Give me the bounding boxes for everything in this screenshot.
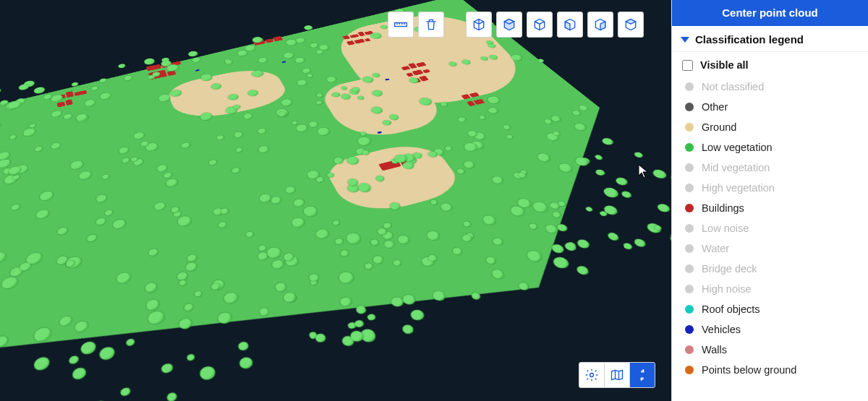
view-toolbar — [388, 12, 644, 38]
svg-point-1 — [590, 374, 594, 377]
legend-swatch — [685, 163, 694, 172]
visible-all-label: Visible all — [700, 59, 749, 71]
legend-label: Other — [702, 101, 728, 113]
legend-swatch — [685, 325, 694, 334]
legend-header[interactable]: Classification legend — [672, 26, 868, 52]
legend-swatch — [685, 285, 694, 293]
legend-item-not-classified[interactable]: Not classified — [672, 77, 868, 97]
legend-swatch — [685, 345, 694, 354]
visible-all-checkbox[interactable] — [682, 60, 693, 71]
view-front-button[interactable] — [527, 12, 553, 38]
legend-item-water[interactable]: Water — [672, 238, 868, 259]
chevron-down-icon — [681, 37, 689, 43]
legend-label: Water — [702, 243, 729, 254]
view-left-button[interactable] — [557, 12, 583, 38]
terrain-render — [0, 0, 671, 401]
legend-swatch — [685, 143, 694, 152]
cube-top-icon — [502, 17, 516, 32]
legend-item-buildings[interactable]: Buildings — [672, 198, 868, 218]
measure-button[interactable] — [388, 12, 414, 38]
legend-label: Roof objects — [702, 303, 760, 315]
legend-item-low-vegetation[interactable]: Low vegetation — [672, 137, 868, 158]
sidebar: Center point cloud Classification legend… — [671, 0, 868, 401]
legend-item-low-noise[interactable]: Low noise — [672, 218, 868, 238]
legend-item-roof-objects[interactable]: Roof objects — [672, 299, 868, 319]
legend-item-walls[interactable]: Walls — [672, 340, 868, 360]
trash-icon — [424, 17, 438, 32]
point-cloud-viewport[interactable] — [0, 0, 671, 401]
center-point-cloud-button[interactable]: Center point cloud — [672, 0, 868, 26]
view-top-button[interactable] — [496, 12, 522, 38]
minimap-button[interactable] — [604, 362, 630, 388]
delete-button[interactable] — [418, 12, 444, 38]
legend-label: Not classified — [702, 81, 764, 92]
legend-label: Walls — [702, 344, 727, 355]
collapse-button[interactable] — [629, 362, 655, 388]
legend-swatch — [685, 123, 694, 131]
legend-swatch — [685, 103, 694, 111]
legend-label: Points below ground — [702, 364, 796, 376]
legend-label: Vehicles — [702, 324, 741, 335]
legend-swatch — [685, 264, 694, 273]
legend-swatch — [685, 244, 694, 253]
legend-label: Low noise — [702, 223, 749, 234]
legend-swatch — [685, 184, 694, 192]
view-right-button[interactable] — [587, 12, 613, 38]
legend-list: Not classifiedOtherGroundLow vegetationM… — [672, 75, 868, 386]
legend-item-vehicles[interactable]: Vehicles — [672, 319, 868, 340]
legend-swatch — [685, 224, 694, 233]
legend-label: Low vegetation — [702, 142, 773, 153]
legend-item-other[interactable]: Other — [672, 97, 868, 117]
legend-item-high-noise[interactable]: High noise — [672, 279, 868, 299]
view-back-button[interactable] — [618, 12, 644, 38]
legend-label: Bridge deck — [702, 263, 757, 275]
viewport-controls — [579, 362, 655, 388]
collapse-icon — [635, 368, 650, 382]
cube-left-icon — [563, 17, 577, 32]
visible-all-row[interactable]: Visible all — [672, 52, 868, 75]
settings-button[interactable] — [579, 362, 605, 388]
legend-label: Ground — [702, 121, 736, 133]
view-iso-button[interactable] — [466, 12, 492, 38]
app-root: Center point cloud Classification legend… — [0, 0, 868, 401]
legend-label: High noise — [702, 283, 752, 295]
gear-icon — [584, 368, 599, 382]
cube-back-icon — [624, 17, 638, 32]
legend-label: Mid vegetation — [702, 162, 770, 173]
legend-item-points-below-ground[interactable]: Points below ground — [672, 360, 868, 380]
legend-title: Classification legend — [695, 33, 804, 46]
legend-label: High vegetation — [702, 182, 775, 194]
ruler-icon — [393, 17, 408, 32]
legend-item-bridge-deck[interactable]: Bridge deck — [672, 259, 868, 279]
legend-label: Buildings — [702, 202, 744, 214]
legend-item-ground[interactable]: Ground — [672, 117, 868, 137]
legend-swatch — [685, 82, 694, 91]
cube-right-icon — [593, 17, 608, 32]
legend-swatch — [685, 204, 694, 212]
legend-item-mid-vegetation[interactable]: Mid vegetation — [672, 158, 868, 178]
map-icon — [610, 368, 624, 382]
cube-iso-icon — [472, 17, 486, 32]
svg-rect-0 — [395, 23, 407, 27]
cube-front-icon — [532, 17, 547, 32]
legend-item-high-vegetation[interactable]: High vegetation — [672, 178, 868, 198]
legend-swatch — [685, 305, 694, 314]
legend-swatch — [685, 366, 694, 374]
